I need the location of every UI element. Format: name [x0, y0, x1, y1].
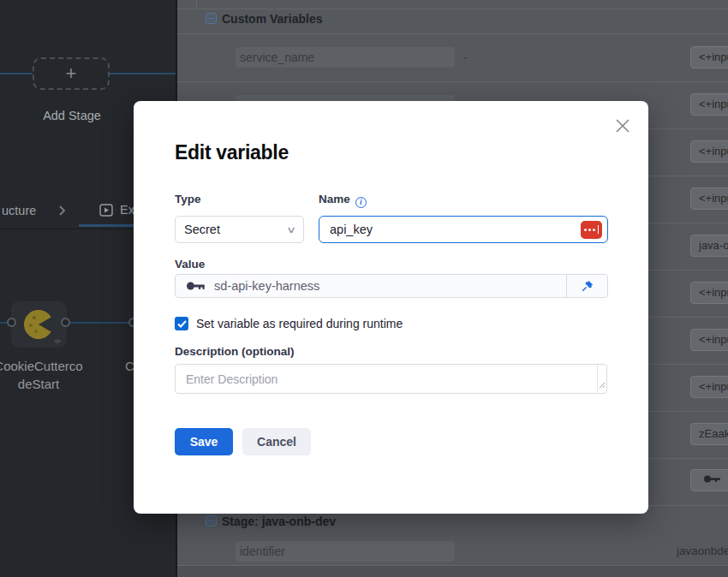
secret-value-text: sd-api-key-harness	[214, 279, 319, 293]
identifier-value: javaonbde	[677, 544, 728, 557]
divider	[196, 0, 197, 9]
plus-icon: +	[66, 62, 77, 85]
template-icon: </>	[54, 338, 60, 344]
close-icon[interactable]	[616, 119, 630, 133]
type-select-value: Secret	[184, 223, 288, 236]
pin-button[interactable]	[566, 275, 607, 297]
resize-handle-icon[interactable]	[599, 377, 606, 392]
stage-connector-line	[110, 73, 177, 74]
name-input-value: api_key	[330, 223, 581, 236]
variable-value-input[interactable]: java-o	[690, 235, 728, 257]
variable-value-input[interactable]: <+inpu	[690, 140, 728, 163]
variable-value-input[interactable]: <+inpu	[690, 187, 728, 210]
variable-name-pill: identifier	[236, 541, 455, 562]
type-label: Type	[175, 193, 201, 205]
secret-value-input[interactable]	[690, 469, 728, 491]
play-icon	[99, 204, 113, 217]
variable-value-input[interactable]: <+inpu	[690, 93, 728, 116]
cookie-icon	[24, 310, 53, 339]
chevron-down-icon: ∨	[286, 224, 296, 235]
stage-connector-line	[0, 73, 33, 74]
modal-title: Edit variable	[175, 141, 289, 164]
required-checkbox-row[interactable]: Set variable as required during runtime	[175, 317, 403, 330]
node-port	[61, 318, 70, 327]
variable-value-input[interactable]: <+inpu	[690, 329, 728, 351]
value-label: Value	[175, 258, 205, 271]
type-select[interactable]: Secret ∨	[175, 216, 304, 243]
collapse-minus-icon[interactable]	[206, 13, 217, 24]
variable-value-input[interactable]: <+inpu	[690, 376, 728, 398]
section-title-stage: Stage: java-onb-dev	[222, 515, 336, 528]
required-checkbox-label: Set variable as required during runtime	[196, 317, 403, 330]
tab-execution[interactable]: Ex	[99, 203, 134, 217]
next-row-strip	[177, 566, 728, 577]
edit-variable-modal: Edit variable Type Namei Secret ∨ api_ke…	[134, 101, 648, 514]
key-icon	[186, 281, 206, 291]
collapse-minus-icon[interactable]	[206, 515, 217, 526]
required-checkbox[interactable]	[175, 317, 188, 330]
cancel-button[interactable]: Cancel	[242, 428, 311, 455]
pin-icon	[582, 280, 594, 292]
variable-value-input[interactable]: <+inpu	[690, 282, 728, 304]
check-icon	[177, 320, 187, 328]
tab-infrastructure[interactable]: ucture	[2, 204, 36, 217]
variable-value-input[interactable]: <+inpu	[690, 46, 728, 68]
save-button[interactable]: Save	[175, 428, 233, 455]
divider	[177, 9, 728, 9]
chevron-right-icon	[58, 205, 66, 220]
key-icon	[703, 470, 722, 491]
variable-value-input[interactable]: zEaak	[690, 423, 728, 445]
section-title-custom-variables: Custom Variables	[222, 12, 323, 26]
description-placeholder: Enter Description	[186, 372, 277, 386]
description-label: Description (optional)	[175, 345, 295, 358]
info-icon[interactable]: i	[355, 197, 367, 208]
description-textarea[interactable]: Enter Description	[175, 364, 607, 394]
add-stage-label: Add Stage	[0, 109, 144, 122]
variable-name-pill: service_name	[236, 47, 455, 68]
variable-dash: -	[463, 51, 468, 64]
step-node-label: CookieCutterco deStart	[0, 357, 107, 393]
secret-value-field[interactable]: sd-api-key-harness	[175, 274, 608, 298]
name-input[interactable]: api_key	[319, 216, 608, 243]
add-stage-button[interactable]: +	[33, 57, 110, 90]
node-connector-line	[69, 322, 129, 324]
name-label: Namei	[319, 193, 367, 208]
divider	[177, 81, 728, 82]
screen: Custom Variables service_name - <+inpu <…	[0, 0, 728, 577]
node-port	[7, 318, 16, 327]
fixed-value-icon[interactable]	[581, 221, 602, 239]
divider	[177, 33, 728, 34]
